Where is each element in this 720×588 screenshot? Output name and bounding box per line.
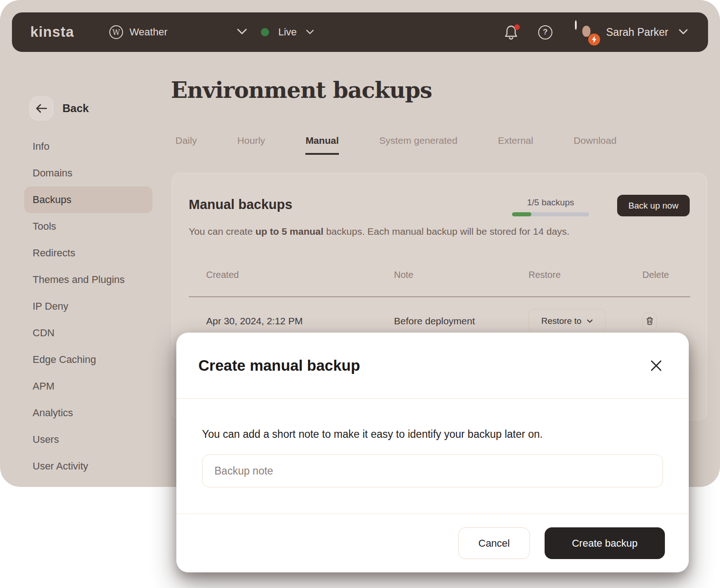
card-heading: Manual backups (189, 197, 292, 212)
tab-label: Hourly (237, 135, 265, 146)
create-manual-backup-modal: Create manual backup You can add a short… (176, 333, 689, 572)
sidebar-item-ip-deny[interactable]: IP Deny (24, 293, 152, 320)
sidebar-item-label: Info (33, 141, 50, 153)
page-title: Environment backups (171, 77, 432, 103)
tab-daily[interactable]: Daily (175, 135, 197, 155)
backup-created-cell: Apr 30, 2024, 2:12 PM (206, 316, 394, 327)
backup-usage: 1/5 backups (512, 198, 589, 216)
modal-header: Create manual backup (176, 333, 689, 399)
sidebar-item-info[interactable]: Info (24, 133, 152, 160)
sidebar-item-label: Users (33, 434, 59, 446)
usage-progress-fill (512, 212, 531, 216)
modal-body: You can add a short note to make it easy… (176, 399, 689, 487)
avatar (575, 20, 577, 30)
sidebar-item-label: IP Deny (33, 300, 68, 312)
tab-label: Manual (305, 135, 338, 146)
restore-to-button[interactable]: Restore to (529, 309, 606, 334)
modal-close-button[interactable] (650, 360, 662, 372)
tab-label: Daily (175, 135, 197, 146)
backup-note-input[interactable] (202, 454, 663, 487)
sidebar-item-label: APM (33, 380, 55, 392)
description-bold: up to 5 manual (255, 226, 323, 237)
tab-label: System generated (379, 135, 457, 146)
sidebar-item-backups[interactable]: Backups (24, 187, 152, 213)
modal-title: Create manual backup (198, 357, 360, 374)
column-header-note: Note (394, 270, 529, 280)
delete-backup-button[interactable] (642, 313, 657, 330)
tab-label: Download (574, 135, 616, 146)
arrow-left-icon (35, 104, 47, 113)
tab-manual[interactable]: Manual (305, 135, 338, 155)
back-row: Back (29, 96, 89, 120)
column-header-created: Created (206, 270, 394, 280)
sidebar-item-users[interactable]: Users (24, 426, 152, 453)
modal-footer: Cancel Create backup (176, 514, 689, 572)
top-navbar: kinsta W Weather Live ? (12, 12, 708, 52)
sidebar-item-label: CDN (33, 327, 55, 339)
environment-selector[interactable]: Live (261, 12, 314, 52)
tab-label: External (498, 135, 533, 146)
table-header-row: Created Note Restore Delete (189, 270, 690, 290)
back-label: Back (62, 102, 89, 115)
sidebar-item-label: Analytics (33, 407, 73, 419)
column-header-delete: Delete (642, 270, 690, 280)
site-selector[interactable]: W Weather (109, 12, 247, 52)
sidebar-item-cdn[interactable]: CDN (24, 320, 152, 346)
chevron-down-icon (237, 28, 247, 36)
trash-icon (646, 317, 653, 325)
sidebar-item-label: Themes and Plugins (33, 274, 125, 286)
back-button[interactable] (29, 96, 53, 120)
tab-system-generated[interactable]: System generated (379, 135, 457, 155)
sidebar-item-themes-and-plugins[interactable]: Themes and Plugins (24, 266, 152, 293)
chevron-down-icon (587, 319, 593, 323)
live-status-dot-icon (261, 28, 269, 36)
chevron-down-icon (679, 28, 688, 36)
lightning-badge-icon (588, 34, 600, 45)
sidebar-item-label: Tools (33, 220, 56, 232)
backup-tabs: Daily Hourly Manual System generated Ext… (175, 135, 617, 155)
close-icon (650, 360, 662, 372)
sidebar-item-label: Domains (33, 167, 73, 179)
sidebar-item-edge-caching[interactable]: Edge Caching (24, 346, 152, 373)
wordpress-icon: W (109, 25, 123, 39)
environment-label: Live (278, 26, 297, 38)
modal-description: You can add a short note to make it easy… (202, 428, 663, 441)
unread-notification-dot (514, 24, 520, 30)
sidebar-item-domains[interactable]: Domains (24, 160, 152, 187)
chevron-down-icon (306, 28, 314, 36)
sidebar-item-label: Redirects (33, 247, 75, 259)
sidebar-item-analytics[interactable]: Analytics (24, 400, 152, 426)
usage-progress-track (512, 212, 589, 216)
tab-hourly[interactable]: Hourly (237, 135, 265, 155)
card-description: You can create up to 5 manual backups. E… (189, 226, 569, 237)
notifications-button[interactable] (504, 12, 518, 52)
cancel-button[interactable]: Cancel (458, 527, 530, 559)
tab-external[interactable]: External (498, 135, 533, 155)
sidebar-item-user-activity[interactable]: User Activity (24, 453, 152, 480)
question-mark-icon: ? (538, 25, 552, 40)
sidebar-item-apm[interactable]: APM (24, 373, 152, 400)
tab-download[interactable]: Download (574, 135, 616, 155)
column-header-restore: Restore (529, 270, 642, 280)
back-up-now-button[interactable]: Back up now (617, 195, 690, 216)
sidebar-item-redirects[interactable]: Redirects (24, 240, 152, 266)
help-button[interactable]: ? (538, 12, 552, 52)
kinsta-logo: kinsta (30, 24, 74, 40)
user-menu[interactable]: Sarah Parker (575, 12, 688, 52)
sidebar-item-tools[interactable]: Tools (24, 213, 152, 240)
usage-label: 1/5 backups (512, 198, 589, 208)
create-backup-button[interactable]: Create backup (545, 527, 665, 559)
backup-note-cell: Before deployment (394, 316, 529, 327)
sidebar-item-label: User Activity (33, 460, 88, 472)
site-selector-label: Weather (129, 26, 168, 38)
user-name: Sarah Parker (606, 26, 669, 39)
sidebar-item-label: Backups (33, 194, 71, 206)
sidebar-nav: Info Domains Backups Tools Redirects The… (24, 133, 152, 480)
sidebar-item-label: Edge Caching (33, 354, 96, 366)
